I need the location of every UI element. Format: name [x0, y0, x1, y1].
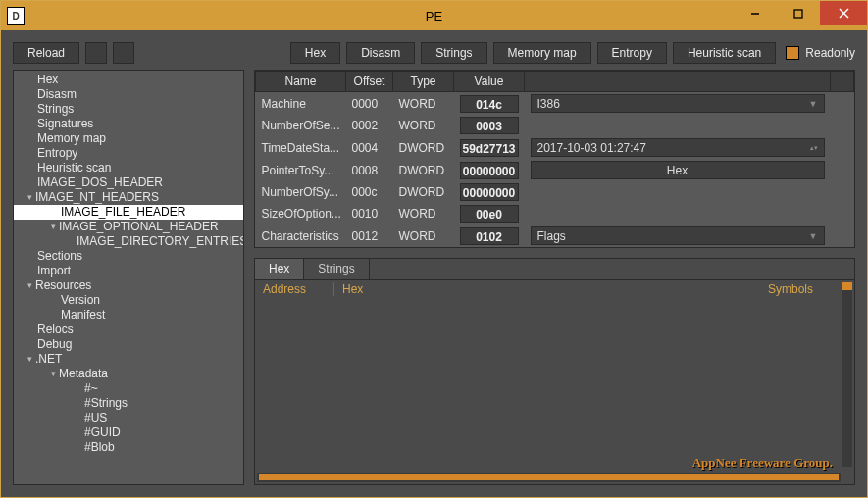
- tree-item-label: Manifest: [61, 308, 105, 323]
- tree-item[interactable]: ▾IMAGE_OPTIONAL_HEADER: [14, 220, 243, 234]
- window-frame: D PE Reload Hex Disasm Strings Memory ma…: [0, 0, 868, 498]
- tree-item[interactable]: Disasm: [14, 87, 243, 102]
- tree-item[interactable]: #Blob: [14, 440, 243, 455]
- toolbar-box2[interactable]: [113, 42, 134, 64]
- value-field[interactable]: 014c: [460, 95, 519, 113]
- disasm-button[interactable]: Disasm: [346, 42, 415, 64]
- tree-item[interactable]: Memory map: [14, 131, 243, 146]
- tree-item[interactable]: Manifest: [14, 308, 243, 323]
- close-button[interactable]: [820, 1, 867, 25]
- cell-type: WORD: [393, 92, 454, 116]
- tree-item[interactable]: IMAGE_DIRECTORY_ENTRIES: [14, 234, 243, 249]
- sidebar-tree[interactable]: HexDisasmStringsSignaturesMemory mapEntr…: [13, 70, 244, 485]
- dropdown-field[interactable]: I386▼: [531, 94, 825, 113]
- cell-type: DWORD: [393, 181, 454, 203]
- tree-item-label: #US: [84, 411, 107, 425]
- minimize-button[interactable]: [734, 1, 777, 25]
- cell-extra: [525, 181, 831, 203]
- value-field[interactable]: 00000000: [460, 162, 519, 179]
- expand-arrow-icon[interactable]: ▾: [47, 220, 59, 234]
- hex-col-address: Address: [263, 282, 333, 296]
- tree-item[interactable]: #GUID: [14, 425, 243, 440]
- toolbar-box1[interactable]: [85, 42, 107, 64]
- tree-item[interactable]: Strings: [14, 102, 243, 117]
- col-type[interactable]: Type: [393, 72, 454, 92]
- tree-item[interactable]: Heuristic scan: [14, 161, 243, 175]
- col-value[interactable]: Value: [454, 72, 525, 92]
- entropy-button[interactable]: Entropy: [597, 42, 667, 64]
- toolbar: Reload Hex Disasm Strings Memory map Ent…: [13, 42, 855, 64]
- col-name[interactable]: Name: [256, 72, 346, 92]
- cell-offset: 0010: [346, 203, 393, 224]
- cell-offset: 0000: [346, 92, 393, 116]
- tree-item[interactable]: Hex: [14, 73, 243, 87]
- readonly-checkbox[interactable]: [786, 46, 799, 60]
- memorymap-button[interactable]: Memory map: [493, 42, 591, 64]
- cell-offset: 000c: [346, 181, 393, 203]
- tree-item[interactable]: #Strings: [14, 396, 243, 411]
- tree-item[interactable]: ▾Metadata: [14, 367, 243, 381]
- tree-item-label: Relocs: [37, 323, 74, 337]
- heuristic-button[interactable]: Heuristic scan: [673, 42, 776, 64]
- expand-arrow-icon[interactable]: ▾: [24, 190, 35, 205]
- tree-item-label: Signatures: [37, 117, 93, 131]
- cell-type: DWORD: [393, 159, 454, 181]
- hex-body[interactable]: Address Hex Symbols AppNee Freeware Grou…: [255, 280, 854, 484]
- hex-button[interactable]: Hex: [290, 42, 340, 64]
- hex-col-hex: Hex: [333, 282, 768, 296]
- value-field[interactable]: 0003: [460, 117, 519, 134]
- titlebar[interactable]: D PE: [1, 1, 867, 30]
- expand-arrow-icon[interactable]: ▾: [47, 367, 59, 381]
- hex-tabs: Hex Strings: [255, 259, 854, 280]
- hex-v-scrollbar[interactable]: [842, 282, 852, 467]
- tree-item[interactable]: #~: [14, 381, 243, 396]
- readonly-toggle[interactable]: Readonly: [786, 46, 855, 60]
- reload-button[interactable]: Reload: [13, 42, 79, 64]
- hex-tab-hex[interactable]: Hex: [255, 259, 304, 279]
- tree-item[interactable]: Version: [14, 293, 243, 308]
- tree-item-label: #Blob: [84, 440, 115, 455]
- cell-offset: 0002: [346, 115, 393, 136]
- tree-item[interactable]: Sections: [14, 249, 243, 264]
- cell-value: 0003: [454, 115, 525, 136]
- tree-item[interactable]: IMAGE_FILE_HEADER: [14, 205, 243, 220]
- tree-item-label: .NET: [35, 352, 62, 367]
- value-field[interactable]: 00e0: [460, 205, 519, 223]
- spinner-icon: ▴▾: [810, 144, 818, 151]
- col-spacer: [831, 72, 854, 92]
- tree-item-label: #~: [84, 381, 98, 396]
- tree-item[interactable]: IMAGE_DOS_HEADER: [14, 175, 243, 190]
- expand-arrow-icon[interactable]: ▾: [24, 352, 35, 367]
- value-field[interactable]: 0102: [460, 227, 519, 245]
- tree-item-label: Metadata: [59, 367, 108, 381]
- tree-item[interactable]: Entropy: [14, 146, 243, 161]
- expand-arrow-icon[interactable]: ▾: [24, 278, 35, 293]
- cell-name: NumberOfSe...: [256, 115, 346, 136]
- tree-item[interactable]: Debug: [14, 337, 243, 352]
- col-extra[interactable]: [525, 72, 831, 92]
- tree-item[interactable]: ▾IMAGE_NT_HEADERS: [14, 190, 243, 205]
- value-field[interactable]: 00000000: [460, 183, 519, 201]
- tree-item-label: IMAGE_FILE_HEADER: [61, 205, 185, 220]
- col-offset[interactable]: Offset: [346, 72, 393, 92]
- dropdown-field[interactable]: Flags▼: [531, 226, 825, 245]
- tree-item[interactable]: ▾Resources: [14, 278, 243, 293]
- hex-tab-strings[interactable]: Strings: [304, 259, 369, 279]
- cell-value: 014c: [454, 92, 525, 116]
- watermark: AppNee Freeware Group.: [692, 455, 833, 471]
- datetime-field[interactable]: 2017-10-03 01:27:47▴▾: [531, 138, 825, 157]
- value-field[interactable]: 59d27713: [460, 139, 519, 157]
- tree-item[interactable]: #US: [14, 411, 243, 425]
- tree-item[interactable]: Relocs: [14, 323, 243, 337]
- tree-item[interactable]: ▾.NET: [14, 352, 243, 367]
- table-row: TimeDateSta...0004DWORD59d277132017-10-0…: [256, 136, 854, 159]
- maximize-button[interactable]: [777, 1, 820, 25]
- strings-button[interactable]: Strings: [421, 42, 486, 64]
- tree-item-label: Resources: [35, 278, 91, 293]
- tree-item[interactable]: Import: [14, 264, 243, 278]
- hex-h-scrollbar[interactable]: [257, 473, 841, 482]
- window-controls: [734, 1, 867, 30]
- extra-label: I386: [537, 97, 560, 111]
- tree-item[interactable]: Signatures: [14, 117, 243, 131]
- hex-action-button[interactable]: Hex: [531, 161, 825, 179]
